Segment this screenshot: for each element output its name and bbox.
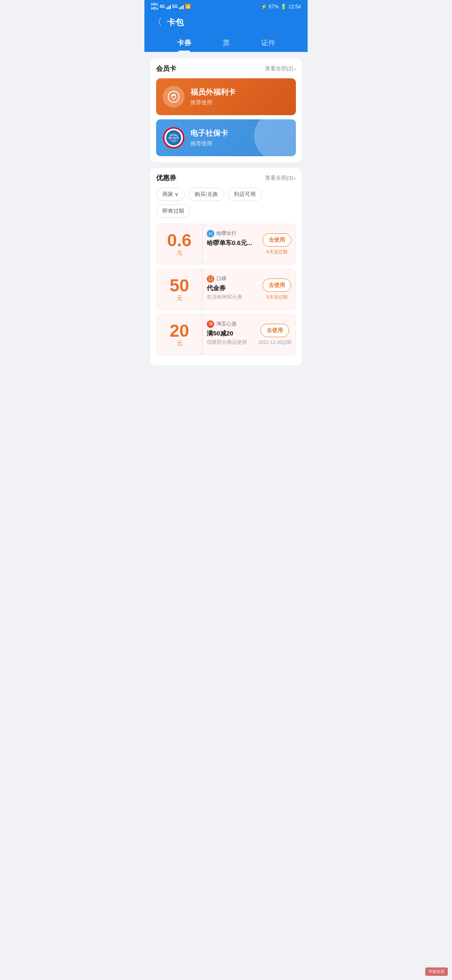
koubei-coupon-name: 代金券 [207,284,254,292]
coupon-item-koubei: 50 元 口 口碑 代金券 生活休闲50元券 去使用 5天后过期 [156,269,296,310]
coupon-taobao-details: 淘 淘宝心选 满50减20 仅限部分商品使用 [203,315,254,355]
coupon-item-taobao: 20 元 淘 淘宝心选 满50减20 仅限部分商品使用 去使用 2021-12-… [156,314,296,355]
coupon-haluo-action: 去使用 6天后过期 [258,224,295,264]
coupon-chevron-right-icon: › [294,175,296,181]
social-security-card-info: 电子社保卡 推荐使用 [190,128,289,147]
welfare-card-info: 福员外福利卡 推荐使用 [190,87,289,106]
signal-4g: 4G [159,4,165,9]
signal-bars-1 [166,4,171,9]
signal-5g: 5G [172,4,177,9]
battery-icon: 🔋 [280,4,287,10]
member-card-section: 会员卡 查看全部(2) › 福员外福利卡 推荐使用 [150,59,302,162]
haluo-merchant-icon: H [207,230,214,237]
tab-cards[interactable]: 卡券 [169,34,200,52]
welfare-card[interactable]: 福员外福利卡 推荐使用 [156,78,296,115]
coupon-koubei-num: 50 [170,277,189,294]
social-security-card-name: 电子社保卡 [190,128,289,138]
koubei-merchant-name: 口碑 [216,275,226,282]
coupon-koubei-details: 口 口碑 代金券 生活休闲50元券 [203,269,258,309]
welfare-card-sub: 推荐使用 [190,99,289,106]
coupon-item-haluo: 0.6 元 H 哈啰出行 哈啰单车0.6元... 去使用 6天后过期 [156,224,296,265]
page-title: 卡包 [167,17,184,28]
koubei-use-button[interactable]: 去使用 [262,279,291,292]
signal-bars-2 [179,4,184,9]
haluo-coupon-name: 哈啰单车0.6元... [207,239,254,247]
wifi-icon: 📶 [185,4,191,9]
filter-buy-redeem[interactable]: 购买/兑换 [188,188,224,201]
header: 〈 卡包 卡券 票 证件 [144,13,308,52]
member-card-title: 会员卡 [156,64,176,73]
coupon-header: 优惠券 查看全部(3) › [156,174,296,183]
taobao-coupon-name: 满50减20 [207,330,250,338]
coupon-koubei-value: 50 元 [157,269,203,309]
koubei-expire-text: 5天后过期 [266,294,287,300]
filter-arrow-icon: ∨ [175,191,179,197]
filter-in-store[interactable]: 到店可用 [228,188,262,201]
coupon-haluo-merchant-row: H 哈啰出行 [207,230,254,237]
coupon-koubei-unit: 元 [177,294,182,302]
coupon-taobao-value: 20 元 [157,315,203,355]
haluo-merchant-name: 哈啰出行 [216,230,236,237]
taobao-merchant-icon: 淘 [207,320,214,328]
social-security-card[interactable]: SOCIAL SECURITY CARD 电子社保卡 推荐使用 [156,119,296,156]
time: 12:54 [288,4,301,10]
welfare-icon-svg [167,90,180,103]
koubei-merchant-icon: 口 [207,275,214,283]
main-content: 会员卡 查看全部(2) › 福员外福利卡 推荐使用 [144,52,308,980]
taobao-use-button[interactable]: 去使用 [260,324,289,337]
coupon-taobao-num: 20 [170,322,189,340]
coupon-taobao-merchant-row: 淘 淘宝心选 [207,320,250,328]
coupon-taobao-action: 去使用 2021-12-20过期 [254,315,295,355]
haluo-expire-text: 6天后过期 [266,249,287,255]
hd1-icon: HD₁HD₂ [151,3,158,11]
filter-merchant[interactable]: 商家 ∨ [156,188,185,201]
coupon-filters: 商家 ∨ 购买/兑换 到店可用 即将过期 [156,188,296,218]
coupon-taobao-unit: 元 [177,340,182,347]
coupon-section: 优惠券 查看全部(3) › 商家 ∨ 购买/兑换 到店可用 即将过期 [150,168,302,365]
tab-bar: 卡券 票 证件 [153,34,299,52]
header-top: 〈 卡包 [153,17,299,34]
coupon-haluo-num: 0.6 [167,232,191,249]
taobao-coupon-desc: 仅限部分商品使用 [207,339,250,346]
coupon-view-all[interactable]: 查看全部(3) › [265,174,296,182]
social-security-svg: SOCIAL SECURITY CARD [163,127,185,149]
coupon-haluo-details: H 哈啰出行 哈啰单车0.6元... [203,224,258,264]
social-security-card-sub: 推荐使用 [190,140,289,147]
back-button[interactable]: 〈 [153,18,162,27]
taobao-expire-text: 2021-12-20过期 [259,339,291,346]
battery-percent: 67% [269,4,279,10]
coupon-title: 优惠券 [156,174,176,183]
taobao-merchant-name: 淘宝心选 [216,320,236,328]
member-card-header: 会员卡 查看全部(2) › [156,64,296,73]
coupon-haluo-value: 0.6 元 [157,224,203,264]
filter-expiring[interactable]: 即将过期 [156,204,190,218]
social-security-icon: SOCIAL SECURITY CARD [163,127,185,149]
tab-credentials[interactable]: 证件 [253,34,284,52]
member-card-view-all[interactable]: 查看全部(2) › [265,65,296,72]
status-left: HD₁HD₂ 4G 5G 📶 [151,3,191,11]
status-right: ⚡ 67% 🔋 12:54 [261,4,301,10]
koubei-coupon-desc: 生活休闲50元券 [207,294,254,301]
welfare-card-name: 福员外福利卡 [190,87,289,97]
tab-tickets[interactable]: 票 [214,34,238,52]
coupon-koubei-action: 去使用 5天后过期 [258,269,295,309]
coupon-haluo-unit: 元 [177,249,182,257]
chevron-right-icon: › [294,66,296,72]
coupon-koubei-merchant-row: 口 口碑 [207,275,254,283]
haluo-use-button[interactable]: 去使用 [262,233,291,247]
status-bar: HD₁HD₂ 4G 5G 📶 ⚡ 67% 🔋 12:54 [144,0,308,13]
bluetooth-icon: ⚡ [261,4,267,10]
welfare-card-icon [163,86,185,108]
